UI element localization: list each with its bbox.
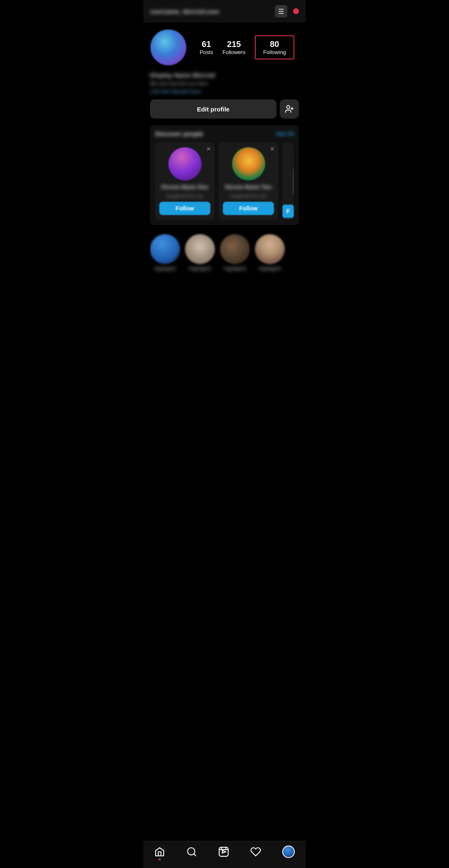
home-active-dot <box>158 858 160 861</box>
discover-avatar-2[interactable] <box>232 147 265 181</box>
nav-likes[interactable] <box>250 846 261 857</box>
discover-title: Discover people <box>155 130 203 137</box>
following-stat[interactable]: 80 Following <box>255 35 294 59</box>
heart-icon <box>250 846 261 857</box>
following-label: Following <box>263 49 286 55</box>
bottom-nav <box>143 841 306 868</box>
profile-top-row: 61 Posts 215 Followers 80 Following <box>150 29 299 66</box>
discover-header: Discover people See All <box>155 130 294 137</box>
highlights-row: Highlight1 Highlight2 Highlight3 Highlig… <box>150 230 299 277</box>
highlight-circle-2 <box>185 234 215 264</box>
discover-mutual-2: Suggested for you <box>230 193 267 198</box>
profile-buttons-row: Edit profile <box>150 99 299 119</box>
discover-mutual-1: Suggested for you <box>166 193 203 198</box>
highlight-circle-1 <box>150 234 180 264</box>
username-label: username_blurred.user <box>150 8 220 15</box>
highlight-item-3[interactable]: Highlight3 <box>220 234 250 272</box>
discover-section: Discover people See All ✕ Person Name On… <box>150 125 299 225</box>
highlight-circle-3 <box>220 234 250 264</box>
highlight-label-1: Highlight1 <box>154 266 176 272</box>
highlight-label-3: Highlight3 <box>224 266 246 272</box>
nav-search[interactable] <box>186 846 197 857</box>
discover-name-1: Person Name One <box>162 184 208 190</box>
svg-point-0 <box>287 106 290 109</box>
discover-see-all[interactable]: See All <box>276 131 294 137</box>
discover-avatar-1[interactable] <box>168 147 202 181</box>
discover-cards: ✕ Person Name One Suggested for you Foll… <box>155 142 294 220</box>
highlight-item-4[interactable]: Highlight4 <box>255 234 285 272</box>
stats-row: 61 Posts 215 Followers 80 Following <box>195 35 299 59</box>
edit-profile-button[interactable]: Edit profile <box>150 99 276 119</box>
profile-info: Display Name Blurred Bio text blurred ou… <box>150 72 299 94</box>
discover-card: ✕ Person Name Two Suggested for you Foll… <box>219 142 278 220</box>
avatar[interactable] <box>150 29 187 66</box>
followers-stat[interactable]: 215 Followers <box>222 40 246 55</box>
svg-line-4 <box>194 854 196 856</box>
svg-rect-5 <box>219 847 228 856</box>
nav-home[interactable] <box>154 846 165 857</box>
highlight-item-2[interactable]: Highlight2 <box>185 234 215 272</box>
followers-label: Followers <box>222 49 246 55</box>
highlight-circle-4 <box>255 234 285 264</box>
search-icon <box>186 846 197 857</box>
posts-count: 61 <box>202 40 211 49</box>
reels-icon <box>218 846 229 857</box>
followers-count: 215 <box>227 40 241 49</box>
close-icon[interactable]: ✕ <box>206 146 211 152</box>
home-icon <box>154 846 165 857</box>
posts-stat[interactable]: 61 Posts <box>200 40 213 55</box>
top-bar: username_blurred.user ☰ <box>143 0 306 22</box>
avatar-image <box>150 29 187 66</box>
following-count: 80 <box>270 40 279 49</box>
top-bar-icons: ☰ <box>275 5 299 17</box>
posts-label: Posts <box>200 49 213 55</box>
highlight-label-4: Highlight4 <box>259 266 281 272</box>
scroll-indicator <box>293 169 294 194</box>
add-person-icon <box>285 104 294 114</box>
notification-dot <box>293 8 299 14</box>
discover-card-partial: F <box>282 142 294 220</box>
profile-bio: Bio text blurred out here <box>150 80 299 87</box>
profile-section: 61 Posts 215 Followers 80 Following Disp… <box>143 22 306 277</box>
follow-button-1[interactable]: Follow <box>159 202 210 215</box>
menu-icon: ☰ <box>278 7 284 15</box>
follow-button-partial[interactable]: F <box>282 205 294 218</box>
discover-name-2: Person Name Two <box>225 184 272 190</box>
follow-button-2[interactable]: Follow <box>223 202 274 215</box>
profile-link[interactable]: Link text blurred here <box>150 88 299 94</box>
nav-reels[interactable] <box>218 846 229 857</box>
menu-icon-button[interactable]: ☰ <box>275 5 287 17</box>
profile-avatar-nav <box>282 846 295 858</box>
nav-profile[interactable] <box>282 846 295 858</box>
close-icon[interactable]: ✕ <box>270 146 275 152</box>
discover-card: ✕ Person Name One Suggested for you Foll… <box>155 142 215 220</box>
highlight-item-1[interactable]: Highlight1 <box>150 234 180 272</box>
highlight-label-2: Highlight2 <box>189 266 211 272</box>
profile-name: Display Name Blurred <box>150 72 299 79</box>
add-friend-button[interactable] <box>280 99 299 119</box>
